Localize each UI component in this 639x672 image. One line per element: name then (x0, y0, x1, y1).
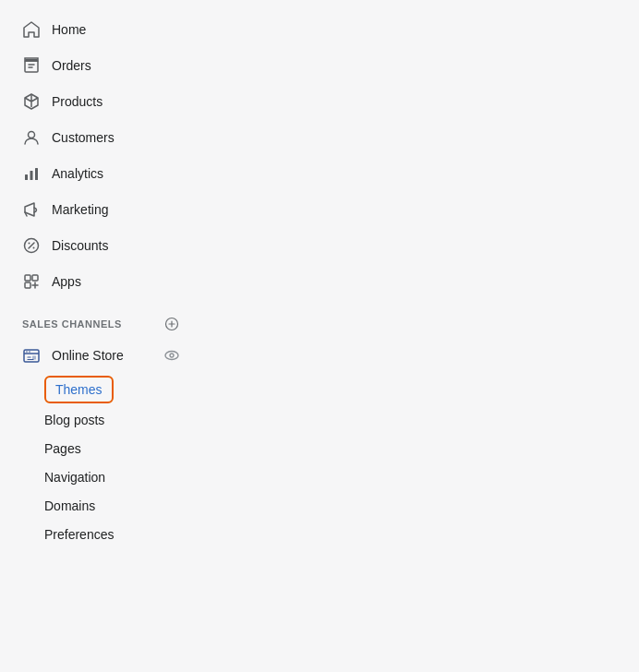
sidebar-subitem-domains[interactable]: Domains (44, 492, 196, 520)
apps-icon (22, 272, 41, 291)
sidebar-subitem-blog-posts[interactable]: Blog posts (44, 406, 196, 434)
online-store-visibility-icon[interactable] (163, 346, 181, 365)
products-icon (22, 92, 41, 111)
sidebar-subitem-preferences[interactable]: Preferences (44, 521, 196, 548)
sub-nav: Blog posts Pages Navigation Domains Pref… (0, 406, 203, 548)
sidebar-item-discounts-label: Discounts (52, 238, 108, 253)
svg-point-2 (29, 132, 35, 138)
svg-point-15 (29, 351, 30, 353)
svg-rect-4 (30, 171, 33, 180)
sidebar-item-marketing-label: Marketing (52, 202, 108, 217)
svg-rect-10 (32, 275, 38, 281)
sidebar-item-apps-label: Apps (52, 274, 81, 289)
sidebar-item-analytics-label: Analytics (52, 166, 103, 181)
svg-rect-1 (25, 61, 38, 72)
sidebar-item-home-label: Home (52, 22, 86, 37)
sidebar-item-orders-label: Orders (52, 58, 91, 73)
sidebar-item-discounts[interactable]: Discounts (7, 228, 196, 263)
sidebar-subitem-navigation[interactable]: Navigation (44, 463, 196, 491)
sidebar-item-customers-label: Customers (52, 130, 115, 145)
home-icon (22, 20, 41, 39)
svg-rect-9 (25, 275, 30, 281)
discounts-icon (22, 236, 41, 255)
online-store-icon (22, 346, 41, 365)
svg-point-7 (29, 243, 30, 245)
svg-rect-16 (32, 356, 36, 360)
svg-rect-11 (25, 282, 30, 288)
analytics-icon (22, 164, 41, 183)
add-sales-channel-button[interactable] (163, 315, 181, 333)
sidebar: Home Orders Products Cu (0, 0, 203, 672)
sidebar-item-products-label: Products (52, 94, 102, 109)
svg-rect-3 (25, 174, 28, 180)
orders-icon (22, 56, 41, 75)
customers-icon (22, 128, 41, 147)
sidebar-item-orders[interactable]: Orders (7, 48, 196, 83)
svg-point-18 (170, 354, 174, 357)
sidebar-item-online-store-label: Online Store (52, 348, 124, 363)
sidebar-subitem-pages[interactable]: Pages (44, 435, 196, 462)
svg-rect-5 (35, 168, 38, 180)
svg-point-17 (165, 352, 178, 360)
sidebar-item-customers[interactable]: Customers (7, 120, 196, 155)
svg-point-8 (33, 247, 35, 249)
sidebar-item-online-store[interactable]: Online Store (7, 338, 196, 373)
sidebar-subitem-themes[interactable]: Themes (44, 376, 114, 403)
sidebar-item-analytics[interactable]: Analytics (7, 156, 196, 191)
sidebar-item-apps[interactable]: Apps (7, 264, 196, 299)
themes-wrapper: Themes (0, 374, 203, 405)
marketing-icon (22, 200, 41, 219)
sidebar-item-marketing[interactable]: Marketing (7, 192, 196, 227)
sales-channels-title: SALES CHANNELS (22, 318, 122, 330)
svg-point-14 (26, 351, 28, 353)
sidebar-item-products[interactable]: Products (7, 84, 196, 119)
sidebar-item-home[interactable]: Home (7, 12, 196, 47)
sales-channels-header: SALES CHANNELS (7, 300, 196, 337)
